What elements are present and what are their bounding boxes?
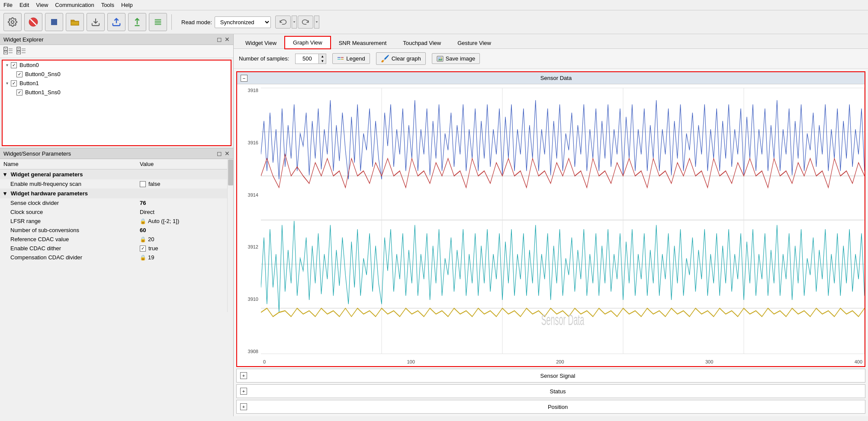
param-name-enable-multifreq: Enable multi-frequency scan <box>0 179 136 188</box>
tree-item-button0-sns0[interactable]: Button0_Sns0 <box>3 70 231 79</box>
param-checkbox-cdac-dither[interactable] <box>140 246 146 252</box>
right-panel: Widget View Graph View SNR Measurement T… <box>234 34 868 416</box>
params-restore-icon[interactable]: ◻ <box>217 150 222 157</box>
menu-view[interactable]: View <box>36 2 48 8</box>
undo-button[interactable] <box>275 16 291 29</box>
upload-button[interactable] <box>107 13 125 31</box>
tab-touchpad-view[interactable]: Touchpad View <box>395 37 449 49</box>
sensor-signal-title: Sensor Signal <box>251 373 865 379</box>
collapse-all-icon[interactable] <box>16 47 26 56</box>
green-up-button[interactable] <box>128 13 146 31</box>
x-axis: 0 100 200 300 400 <box>261 359 865 364</box>
sensor-signal-expand-button[interactable]: + <box>240 372 247 379</box>
redo-dropdown[interactable] <box>314 16 319 29</box>
tab-gesture-view[interactable]: Gesture View <box>449 37 499 49</box>
menu-help[interactable]: Help <box>121 2 133 8</box>
main-layout: Widget Explorer ◻ ✕ <box>0 34 868 416</box>
legend-icon <box>337 56 344 62</box>
save-image-icon <box>437 56 444 62</box>
tree-label-button0: Button0 <box>19 62 39 68</box>
save-image-button[interactable]: Save image <box>432 53 480 64</box>
list-button[interactable] <box>149 13 167 31</box>
svg-marker-12 <box>293 21 295 22</box>
menu-communication[interactable]: Communication <box>55 2 94 8</box>
menu-tools[interactable]: Tools <box>101 2 114 8</box>
read-mode-label: Read mode: <box>181 19 212 26</box>
clear-graph-button[interactable]: 🖌️ Clear graph <box>376 52 426 65</box>
left-panel: Widget Explorer ◻ ✕ <box>0 34 234 416</box>
widget-tree: ▾ Button0 Button0_Sns0 ▾ Button1 Button1… <box>2 60 231 146</box>
samples-input[interactable] <box>295 54 319 64</box>
widget-explorer-title: Widget Explorer <box>3 36 43 43</box>
tab-graph-view[interactable]: Graph View <box>285 36 331 49</box>
close-icon[interactable]: ✕ <box>225 36 230 43</box>
scrollbar-thumb[interactable] <box>228 159 233 185</box>
sensor-data-chart: Sensor Data <box>261 88 865 354</box>
params-scrollbar[interactable] <box>227 159 233 312</box>
tree-item-button1-sns0[interactable]: Button1_Sns0 <box>3 88 231 97</box>
status-panel: + Status <box>236 384 865 398</box>
param-checkbox-enable-multifreq[interactable] <box>140 181 146 187</box>
widget-explorer-header-buttons: ◻ ✕ <box>217 36 230 43</box>
stop-square-button[interactable] <box>45 13 63 31</box>
param-name-cdac-dither: Enable CDAC dither <box>0 244 136 253</box>
svg-text:Sensor Data: Sensor Data <box>541 311 585 328</box>
expand-arrow-button1: ▾ <box>6 81 8 86</box>
samples-increment[interactable]: ▲ <box>319 54 326 59</box>
sensor-data-collapse-button[interactable]: − <box>241 75 248 82</box>
params-scroll-container: Name Value ▾ Widget general parameters <box>0 159 233 312</box>
position-title: Position <box>251 404 865 410</box>
param-row-comp-cdac: Compensation CDAC divider 🔒 19 <box>0 253 227 262</box>
tab-widget-view[interactable]: Widget View <box>237 37 285 49</box>
svg-marker-13 <box>315 21 318 22</box>
lock-icon-ref-cdac: 🔒 <box>140 236 146 242</box>
param-row-cdac-dither: Enable CDAC dither true <box>0 244 227 253</box>
param-row-sub-conversions: Number of sub-conversions 60 <box>0 226 227 235</box>
checkbox-button1[interactable] <box>11 80 17 86</box>
tree-label-button1-sns0: Button1_Sns0 <box>25 89 61 96</box>
stop-button[interactable] <box>24 13 42 31</box>
param-value-text-lfsr: Auto ([-2; 1]) <box>148 218 179 224</box>
status-title: Status <box>251 388 865 395</box>
param-name-lfsr-range: LFSR range <box>0 217 136 226</box>
params-panel-title: Widget/Sensor Parameters <box>3 150 71 157</box>
undo-dropdown[interactable] <box>292 16 297 29</box>
params-close-icon[interactable]: ✕ <box>225 150 230 157</box>
menubar: File Edit View Communication Tools Help <box>0 0 868 10</box>
read-mode-select[interactable]: Synchronized Continuous Single <box>215 16 271 28</box>
param-value-clock-source: Direct <box>136 207 227 217</box>
expand-all-icon[interactable] <box>3 47 13 56</box>
legend-button[interactable]: Legend <box>332 53 370 64</box>
group-widget-hardware: ▾ Widget hardware parameters <box>0 188 227 198</box>
samples-spin-buttons: ▲ ▼ <box>319 54 326 64</box>
lock-icon-comp-cdac: 🔒 <box>140 255 146 261</box>
tab-snr-measurement[interactable]: SNR Measurement <box>331 37 395 49</box>
sensor-data-graph-area: 3918 3916 3914 3912 3910 3908 <box>237 84 865 366</box>
param-value-enable-multifreq: false <box>136 179 227 188</box>
tree-item-button1[interactable]: ▾ Button1 <box>3 79 231 88</box>
expand-arrow-button0: ▾ <box>6 63 8 67</box>
param-row-clock-source: Clock source Direct <box>0 207 227 217</box>
samples-decrement[interactable]: ▼ <box>319 59 326 64</box>
param-row-lfsr-range: LFSR range 🔒 Auto ([-2; 1]) <box>0 217 227 226</box>
status-expand-button[interactable]: + <box>240 388 247 395</box>
checkbox-button0-sns0[interactable] <box>16 71 23 77</box>
params-panel: Widget/Sensor Parameters ◻ ✕ Name Value <box>0 148 233 312</box>
param-value-text-cdac-dither: true <box>148 245 158 252</box>
position-expand-button[interactable]: + <box>240 403 247 410</box>
download-button[interactable] <box>87 13 105 31</box>
open-folder-button[interactable] <box>66 13 84 31</box>
checkbox-button0[interactable] <box>11 62 17 68</box>
menu-file[interactable]: File <box>3 2 13 8</box>
menu-edit[interactable]: Edit <box>19 2 29 8</box>
tree-item-button0[interactable]: ▾ Button0 <box>3 61 231 70</box>
checkbox-button1-sns0[interactable] <box>16 89 23 96</box>
settings-button[interactable] <box>3 13 22 31</box>
params-table: Name Value ▾ Widget general parameters <box>0 159 227 262</box>
param-row-enable-multifreq: Enable multi-frequency scan false <box>0 179 227 188</box>
redo-button[interactable] <box>298 16 313 29</box>
param-value-cdac-dither: true <box>136 244 227 253</box>
graph-content: − Sensor Data 3918 3916 3914 3912 3910 3… <box>234 69 868 416</box>
restore-icon[interactable]: ◻ <box>217 36 222 43</box>
group-widget-general: ▾ Widget general parameters <box>0 169 227 180</box>
